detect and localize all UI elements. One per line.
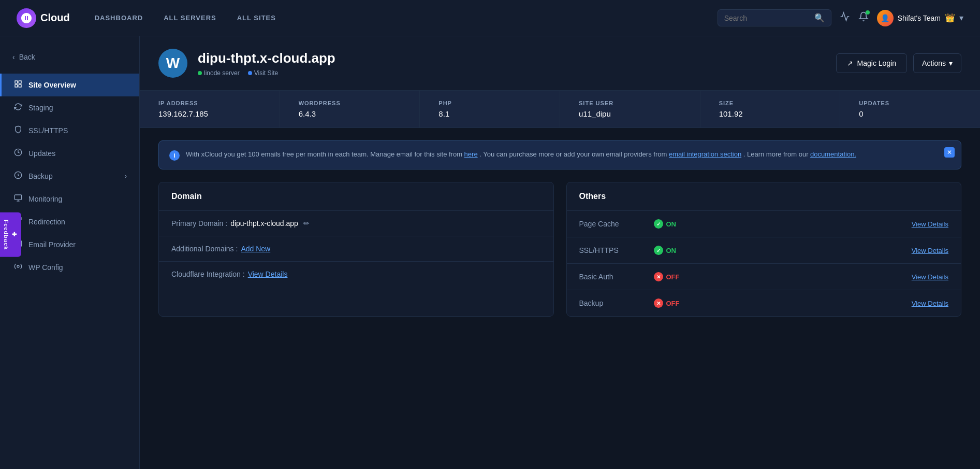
sidebar-item-label: Site Overview [28,81,76,89]
ssl-icon [14,125,22,136]
user-avatar[interactable]: 👤 Shifat's Team 👑 ▾ [877,10,963,26]
notification-banner: i With xCloud you get 100 emails free pe… [158,140,961,169]
primary-domain-value: dipu-thpt.x-cloud.app [230,219,298,228]
feedback-tab[interactable]: ✚ Feedback [0,212,21,257]
banner-close-button[interactable]: ✕ [944,147,955,158]
others-row-page-cache: Page Cache ✓ ON View Details [567,211,961,237]
expand-arrow-icon: › [125,173,127,180]
feedback-label: Feedback [3,219,9,250]
ssl-status-badge: ✓ ON [654,246,912,255]
sidebar-item-site-overview[interactable]: Site Overview [0,74,139,96]
cloudflare-label: Cloudflare Integration : [171,270,245,278]
ssl-label: SSL/HTTPS [579,246,641,254]
sidebar-item-label: Email Provider [28,240,76,249]
cloudflare-row: Cloudflare Integration : View Details [159,262,553,287]
sidebar-item-backup[interactable]: Backup › [0,165,139,188]
search-input[interactable] [724,14,810,22]
main-layout: ‹ Back Site Overview Staging [0,36,980,469]
nav-right: 🔍 👤 Shifat's Team 👑 ▾ [718,9,963,26]
actions-chevron-icon: ▾ [949,59,953,67]
notification-icon[interactable] [858,11,869,24]
user-name: Shifat's Team [898,14,941,22]
backup-status: ✕ OFF [641,299,912,308]
primary-domain-label: Primary Domain : [171,219,227,228]
stat-ip-value: 139.162.7.185 [158,109,261,118]
server-label: linode server [204,69,240,77]
basic-auth-status: ✕ OFF [641,272,912,281]
visit-label: Visit Site [254,69,278,77]
stat-size: SIZE 101.92 [700,91,841,127]
search-icon: 🔍 [814,13,825,23]
logo-icon [17,8,36,28]
backup-off-icon: ✕ [654,299,663,308]
back-arrow-icon: ‹ [12,53,15,61]
feedback-plus-icon: ✚ [11,231,18,238]
stats-bar: IP ADDRESS 139.162.7.185 WORDPRESS 6.4.3… [140,91,980,128]
others-card: Others Page Cache ✓ ON View Details SSL/… [566,182,962,317]
basic-auth-label: Basic Auth [579,273,641,281]
visit-badge[interactable]: Visit Site [248,69,278,77]
sidebar-item-updates[interactable]: Updates [0,142,139,165]
svg-rect-3 [19,84,21,87]
backup-label: Backup [579,299,641,307]
sidebar-item-label: Updates [28,149,55,158]
banner-link-here[interactable]: here [464,150,478,158]
back-button[interactable]: ‹ Back [0,49,139,74]
sidebar-item-staging[interactable]: Staging [0,96,139,119]
sidebar-item-wp-config[interactable]: WP Config [0,256,139,279]
magic-login-button[interactable]: ↗ Magic Login [836,53,908,73]
ssl-status-text: ON [666,247,677,254]
search-bar[interactable]: 🔍 [718,9,831,26]
nav-all-sites[interactable]: ALL SITES [237,14,276,22]
banner-link-documentation[interactable]: documentation. [810,150,856,158]
actions-button[interactable]: Actions ▾ [913,53,961,73]
magic-login-icon: ↗ [847,59,853,67]
stat-size-label: SIZE [719,100,822,106]
stat-ip-label: IP ADDRESS [158,100,261,106]
others-card-title: Others [567,182,961,211]
others-row-basic-auth: Basic Auth ✕ OFF View Details [567,264,961,290]
sidebar-item-label: Redirection [28,218,65,226]
logo[interactable]: Cloud [17,8,70,28]
stat-php-label: PHP [438,100,541,106]
page-cache-status-text: ON [666,220,677,228]
add-new-domain-link[interactable]: Add New [241,245,270,253]
svg-rect-0 [15,81,18,83]
page-cache-view-details[interactable]: View Details [912,220,948,228]
main-content: W dipu-thpt.x-cloud.app linode server Vi… [140,36,980,469]
domain-card-title: Domain [159,182,553,211]
stat-php-value: 8.1 [438,109,541,118]
actions-label: Actions [922,59,946,67]
basic-auth-view-details[interactable]: View Details [912,273,948,281]
others-row-ssl: SSL/HTTPS ✓ ON View Details [567,237,961,264]
sidebar-item-ssl-https[interactable]: SSL/HTTPS [0,119,139,142]
others-row-backup: Backup ✕ OFF View Details [567,290,961,316]
cloudflare-view-details-link[interactable]: View Details [248,270,288,278]
sidebar-item-monitoring[interactable]: Monitoring [0,188,139,210]
backup-view-details[interactable]: View Details [912,300,948,307]
svg-rect-2 [15,84,18,87]
backup-status-text: OFF [666,300,680,307]
crown-icon: 👑 [945,13,955,23]
visit-status-dot [248,71,252,75]
stat-updates-value: 0 [859,109,961,118]
back-label: Back [19,53,35,61]
site-info: dipu-thpt.x-cloud.app linode server Visi… [198,50,826,77]
sidebar-item-label: Backup [28,172,53,180]
ssl-view-details[interactable]: View Details [912,247,948,254]
stat-wordpress: WORDPRESS 6.4.3 [280,91,420,127]
nav-all-servers[interactable]: ALL SERVERS [164,14,216,22]
server-badge[interactable]: linode server [198,69,240,77]
banner-link-email-integration[interactable]: email integration section [669,150,741,158]
nav-dashboard[interactable]: DASHBOARD [95,14,143,22]
primary-domain-row: Primary Domain : dipu-thpt.x-cloud.app ✏ [159,211,553,236]
edit-domain-icon[interactable]: ✏ [303,219,310,228]
wordpress-icon: W [158,49,187,78]
ssl-on-icon: ✓ [654,246,663,255]
notification-dot [866,10,870,15]
site-overview-icon [14,80,22,90]
activity-icon[interactable] [840,11,850,24]
cards-row: Domain Primary Domain : dipu-thpt.x-clou… [158,182,961,317]
banner-text-after: . Learn more from our [743,150,809,158]
site-badges: linode server Visit Site [198,69,826,77]
